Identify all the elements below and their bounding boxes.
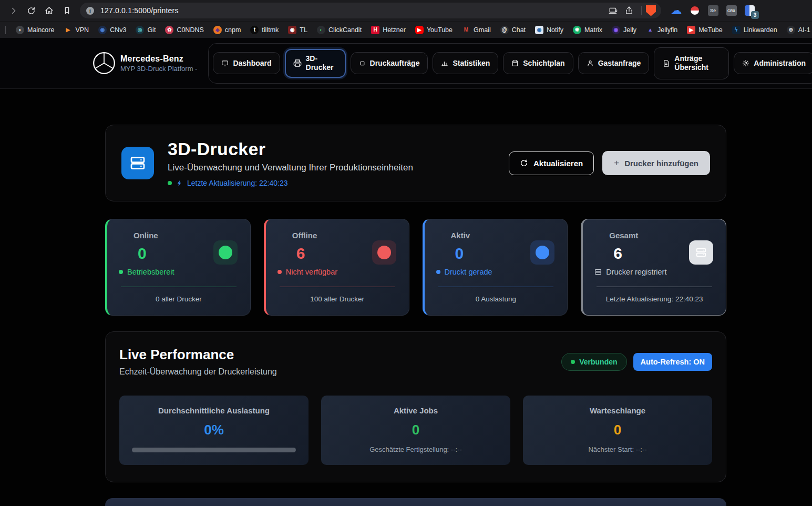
- bookmark-item[interactable]: HHetzner: [366, 24, 410, 36]
- shield-extension-icon[interactable]: 3: [744, 5, 755, 16]
- bookmark-item[interactable]: ◎Git: [131, 24, 160, 36]
- brand-name: Mercedes-Benz: [120, 54, 197, 64]
- bookmark-favicon: @: [500, 26, 509, 34]
- home-button[interactable]: [41, 3, 57, 18]
- crx-extension-icon[interactable]: CRX: [726, 5, 737, 16]
- plus-icon: +: [614, 158, 619, 168]
- brand[interactable]: Mercedes-Benz MYP 3D-Druck Platform -: [92, 52, 197, 75]
- bookmark-favicon: ◉: [288, 26, 296, 34]
- dashboard-icon: [221, 59, 229, 67]
- last-update-status: Letzte Aktualisierung: 22:40:23: [168, 179, 413, 187]
- bookmark-item[interactable]: ▶YouTube: [410, 24, 457, 36]
- bookmark-item[interactable]: @Chat: [496, 24, 530, 36]
- page-subtitle: Live-Überwachung und Verwaltung Ihrer Pr…: [168, 163, 413, 173]
- queue-card: Warteschlange 0 Nächster Start: --:--: [523, 396, 712, 465]
- extensions-row: ☁ Se CRX 3: [666, 5, 759, 16]
- cloud-extension-icon[interactable]: ☁: [671, 5, 682, 16]
- stat-card-aktiv: Aktiv 0 Druckt gerade 0 Auslastung: [423, 219, 568, 316]
- bookmark-favicon: ❋: [573, 26, 581, 34]
- bookmark-favicon: ◎: [136, 26, 144, 34]
- printer-page-icon: [121, 147, 154, 179]
- bookmark-favicon: ◉: [535, 26, 543, 34]
- gear-icon: [742, 59, 749, 67]
- performance-subtitle: Echzeit-Überwachung der Druckerleistung: [119, 367, 277, 377]
- printers-page: 3D-Drucker Live-Überwachung und Verwaltu…: [105, 125, 726, 506]
- connected-badge: Verbunden: [561, 353, 626, 371]
- box-icon: [359, 60, 366, 67]
- bookmark-item[interactable]: ❋Matrix: [568, 24, 607, 36]
- connected-dot: [571, 360, 575, 364]
- bookmark-favicon: ϟ: [732, 26, 741, 34]
- bookmark-item[interactable]: ϟLinkwarden: [727, 24, 782, 36]
- bookmark-item[interactable]: ▶VPN: [59, 24, 94, 36]
- avg-utilization-card: Durchschnittliche Auslastung 0%: [119, 396, 309, 465]
- refresh-button[interactable]: Aktualisieren: [509, 151, 594, 175]
- brand-subtitle: MYP 3D-Druck Platform -: [120, 65, 197, 73]
- nav-gastanfrage[interactable]: Gastanfrage: [578, 52, 650, 74]
- person-icon: [587, 59, 594, 67]
- mercedes-logo-icon: [92, 52, 116, 75]
- url-bar[interactable]: i 127.0.0.1:5000/printers: [80, 3, 661, 18]
- status-dot: [119, 270, 123, 274]
- bookmark-favicon: ▶: [64, 26, 72, 34]
- auto-refresh-toggle[interactable]: Auto-Refresh: ON: [633, 353, 712, 371]
- bookmark-favicon: ◐: [317, 26, 325, 34]
- pokeball-extension-icon[interactable]: [689, 5, 700, 16]
- bookmark-item[interactable]: MGmail: [457, 24, 496, 36]
- bookmark-favicon: ✿: [165, 26, 173, 34]
- browser-toolbar: i 127.0.0.1:5000/printers ☁ Se CRX 3: [0, 0, 812, 21]
- bookmark-item[interactable]: ◉Jelly: [607, 24, 641, 36]
- bookmark-favicon: ◗: [16, 26, 24, 34]
- url-text: 127.0.0.1:5000/printers: [100, 6, 179, 15]
- document-icon: [662, 59, 670, 67]
- bookmark-item[interactable]: ◗Maincore: [11, 24, 59, 36]
- bookmark-favicon: H: [371, 26, 379, 34]
- server-small-icon: [594, 268, 602, 276]
- bookmark-favicon: ◈: [213, 26, 222, 34]
- bookmark-favicon: ⊕: [787, 26, 795, 34]
- bookmark-item[interactable]: ◐ClickCandit: [312, 24, 366, 36]
- bookmark-item[interactable]: ▲Jellyfin: [641, 24, 682, 36]
- nav-druckauftraege[interactable]: Druckaufträge: [351, 52, 428, 74]
- reload-button[interactable]: [23, 3, 39, 18]
- offline-status-icon: [372, 240, 396, 265]
- add-printer-button[interactable]: + Drucker hinzufügen: [602, 151, 710, 175]
- bookmark-item[interactable]: ◉TL: [283, 24, 312, 36]
- bookmark-favicon: ▲: [646, 26, 654, 34]
- bar-chart-icon: [441, 59, 448, 67]
- bookmark-item[interactable]: ◉Notify: [530, 24, 568, 36]
- nav-dashboard[interactable]: Dashboard: [213, 52, 280, 74]
- nav-3d-drucker[interactable]: 3D-Drucker: [285, 49, 346, 78]
- bookmark-item[interactable]: ✿C0NDNS: [160, 24, 208, 36]
- forward-button[interactable]: [5, 3, 21, 18]
- status-dot: [277, 270, 282, 274]
- refresh-icon: [520, 159, 528, 167]
- bookmark-item[interactable]: ▶MeTube: [682, 24, 727, 36]
- printer-icon: [293, 59, 302, 67]
- filter-search-card: Filter & Suche: [105, 498, 726, 506]
- brave-shield-icon[interactable]: [646, 5, 656, 16]
- send-to-device-icon[interactable]: [605, 3, 621, 18]
- bookmark-favicon: ▶: [687, 26, 695, 34]
- main-nav: Dashboard 3D-Drucker Druckaufträge Stati…: [208, 43, 812, 84]
- selenium-extension-icon[interactable]: Se: [707, 5, 718, 16]
- bookmark-item[interactable]: ◈cnpm: [209, 24, 246, 36]
- bookmark-item[interactable]: ◉CNv3: [94, 24, 131, 36]
- nav-statistiken[interactable]: Statistiken: [433, 52, 498, 74]
- share-icon[interactable]: [621, 3, 637, 18]
- nav-schichtplan[interactable]: Schichtplan: [503, 52, 573, 74]
- active-jobs-card: Aktive Jobs 0 Geschätzte Fertigstellung:…: [321, 396, 510, 465]
- bookmark-button[interactable]: [59, 3, 75, 18]
- gesamt-icon: [689, 240, 713, 265]
- bookmark-favicon: ▶: [415, 26, 424, 34]
- bookmark-favicon: M: [462, 26, 470, 34]
- site-info-icon[interactable]: i: [86, 7, 94, 15]
- online-status-icon: [213, 240, 238, 265]
- nav-antraege-uebersicht[interactable]: Anträge Übersicht: [654, 47, 729, 79]
- bookmark-item[interactable]: ttilltmk: [245, 24, 283, 36]
- page-title: 3D-Drucker: [168, 139, 413, 159]
- bolt-icon: [176, 180, 183, 187]
- page-header-card: 3D-Drucker Live-Überwachung und Verwaltu…: [105, 125, 726, 201]
- nav-administration[interactable]: Administration: [734, 52, 812, 74]
- bookmark-item[interactable]: ⊕AI-1: [782, 24, 812, 36]
